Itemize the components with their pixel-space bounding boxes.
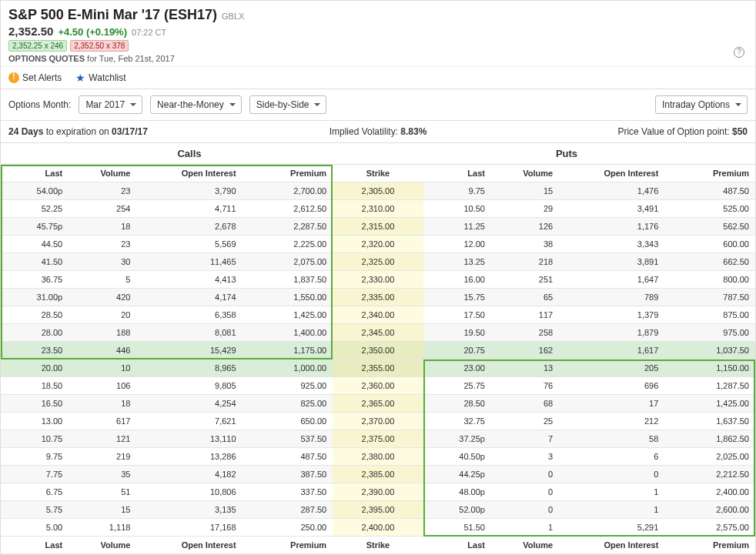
table-row[interactable]: 6.755110,806337.502,390.0048.00p012,400.… [1, 483, 755, 501]
set-alerts-button[interactable]: Set Alerts [8, 72, 62, 84]
cell-put-oi: 696 [559, 377, 664, 395]
table-row[interactable]: 52.252544,7112,612.502,310.0010.50293,49… [1, 200, 755, 218]
moneyness-select[interactable]: Near-the-Money [150, 95, 242, 114]
cell-call-volume: 617 [69, 413, 136, 430]
help-icon[interactable]: ? [734, 47, 744, 58]
table-row[interactable]: 9.7521913,286487.502,380.0040.50p362,025… [1, 448, 755, 466]
cell-put-last: 17.50 [423, 306, 491, 324]
col-call-premium[interactable]: Premium [243, 165, 333, 182]
quotes-subtitle: OPTIONS QUOTES for Tue, Feb 21st, 2017 [8, 54, 748, 63]
cell-call-premium: 1,000.00 [243, 359, 333, 377]
cell-put-premium: 1,862.50 [664, 430, 755, 448]
col-put-last[interactable]: Last [423, 165, 491, 182]
col-put-oi[interactable]: Open Interest [559, 165, 664, 182]
cell-call-volume: 446 [69, 342, 136, 359]
cell-call-volume: 1,118 [69, 519, 136, 537]
cell-call-oi: 3,135 [136, 501, 242, 519]
cell-call-oi: 4,174 [136, 289, 242, 306]
cell-put-volume: 0 [491, 501, 559, 519]
watchlist-button[interactable]: ★ Watchlist [75, 72, 125, 84]
col-call-volume[interactable]: Volume [69, 165, 136, 182]
cell-put-volume: 3 [491, 448, 559, 466]
cell-put-last: 10.50 [423, 200, 491, 218]
cell-call-oi: 4,254 [136, 395, 242, 413]
cell-put-premium: 2,025.00 [664, 448, 755, 466]
cell-strike: 2,330.00 [333, 271, 423, 289]
cell-put-premium: 975.00 [664, 324, 755, 342]
table-row[interactable]: 16.50184,254825.002,365.0028.5068171,425… [1, 395, 755, 413]
header: S&P 500 E-Mini Mar '17 (ESH17) GBLX 2,35… [1, 1, 755, 66]
cell-call-oi: 8,081 [136, 324, 242, 342]
price-value-point: Price Value of Option point: $50 [501, 126, 748, 137]
cell-put-oi: 0 [559, 466, 664, 483]
cell-call-oi: 15,429 [136, 342, 242, 359]
cell-put-oi: 1,647 [559, 271, 664, 289]
cell-put-oi: 58 [559, 430, 664, 448]
cell-call-last: 9.75 [1, 448, 69, 466]
col-strike[interactable]: Strike [333, 165, 423, 182]
cell-call-last: 28.00 [1, 324, 69, 342]
view-select[interactable]: Side-by-Side [249, 95, 327, 114]
cell-put-last: 15.75 [423, 289, 491, 306]
exchange-code: GBLX [222, 12, 244, 21]
cell-put-last: 16.00 [423, 271, 491, 289]
cell-put-oi: 1 [559, 501, 664, 519]
cell-put-oi: 1,879 [559, 324, 664, 342]
cell-strike: 2,365.00 [333, 395, 423, 413]
cell-put-volume: 13 [491, 359, 559, 377]
cell-call-oi: 3,790 [136, 182, 242, 200]
table-row[interactable]: 5.001,11817,168250.002,400.0051.5015,291… [1, 519, 755, 537]
cell-put-premium: 2,212.50 [664, 466, 755, 483]
cell-put-premium: 562.50 [664, 218, 755, 236]
table-row[interactable]: 41.503011,4652,075.002,325.0013.252183,8… [1, 253, 755, 271]
cell-put-last: 32.75 [423, 413, 491, 430]
cell-put-last: 13.25 [423, 253, 491, 271]
table-row[interactable]: 44.50235,5692,225.002,320.0012.00383,343… [1, 236, 755, 253]
cell-put-oi: 205 [559, 359, 664, 377]
intraday-select[interactable]: Intraday Options [655, 95, 748, 114]
table-row[interactable]: 5.75153,135287.502,395.0052.00p012,600.0… [1, 501, 755, 519]
cell-call-oi: 8,965 [136, 359, 242, 377]
table-row[interactable]: 28.001888,0811,400.002,345.0019.502581,8… [1, 324, 755, 342]
cell-call-oi: 17,168 [136, 519, 242, 537]
cell-call-last: 6.75 [1, 483, 69, 501]
cell-strike: 2,390.00 [333, 483, 423, 501]
cell-call-oi: 4,413 [136, 271, 242, 289]
table-row[interactable]: 18.501069,805925.002,360.0025.75766961,2… [1, 377, 755, 395]
table-row[interactable]: 13.006177,621650.002,370.0032.75252121,6… [1, 413, 755, 430]
cell-call-volume: 121 [69, 430, 136, 448]
table-row[interactable]: 7.75354,182387.502,385.0044.25p002,212.5… [1, 466, 755, 483]
last-price: 2,352.50 [8, 25, 53, 38]
cell-put-premium: 1,287.50 [664, 377, 755, 395]
cell-put-volume: 25 [491, 413, 559, 430]
cell-put-last: 44.25p [423, 466, 491, 483]
cell-put-volume: 1 [491, 519, 559, 537]
table-row[interactable]: 45.75p182,6782,287.502,315.0011.251261,1… [1, 218, 755, 236]
expiration-info: 24 Days to expiration on 03/17/17 [8, 126, 255, 137]
cell-strike: 2,385.00 [333, 466, 423, 483]
ask-badge: 2,352.50 x 378 [70, 40, 129, 52]
table-row[interactable]: 54.00p233,7902,700.002,305.009.75151,476… [1, 182, 755, 200]
cell-put-volume: 258 [491, 324, 559, 342]
quote-time: 07:22 CT [132, 28, 166, 37]
cell-put-volume: 76 [491, 377, 559, 395]
cell-call-premium: 1,425.00 [243, 306, 333, 324]
table-row[interactable]: 31.00p4204,1741,550.002,335.0015.7565789… [1, 289, 755, 306]
col-put-volume[interactable]: Volume [491, 165, 559, 182]
cell-call-volume: 254 [69, 200, 136, 218]
cell-put-oi: 1,176 [559, 218, 664, 236]
table-row[interactable]: 10.7512113,110537.502,375.0037.25p7581,8… [1, 430, 755, 448]
col-call-last[interactable]: Last [1, 165, 69, 182]
options-month-select[interactable]: Mar 2017 [79, 95, 142, 114]
cell-strike: 2,370.00 [333, 413, 423, 430]
cell-call-last: 20.00 [1, 359, 69, 377]
table-row[interactable]: 20.00108,9651,000.002,355.0023.00132051,… [1, 359, 755, 377]
cell-put-premium: 800.00 [664, 271, 755, 289]
table-row[interactable]: 23.5044615,4291,175.002,350.0020.751621,… [1, 342, 755, 359]
table-row[interactable]: 28.50206,3581,425.002,340.0017.501171,37… [1, 306, 755, 324]
col-call-oi[interactable]: Open Interest [136, 165, 242, 182]
table-row[interactable]: 36.7554,4131,837.502,330.0016.002511,647… [1, 271, 755, 289]
calls-heading: Calls [1, 148, 378, 159]
col-put-premium[interactable]: Premium [664, 165, 755, 182]
cell-put-last: 19.50 [423, 324, 491, 342]
